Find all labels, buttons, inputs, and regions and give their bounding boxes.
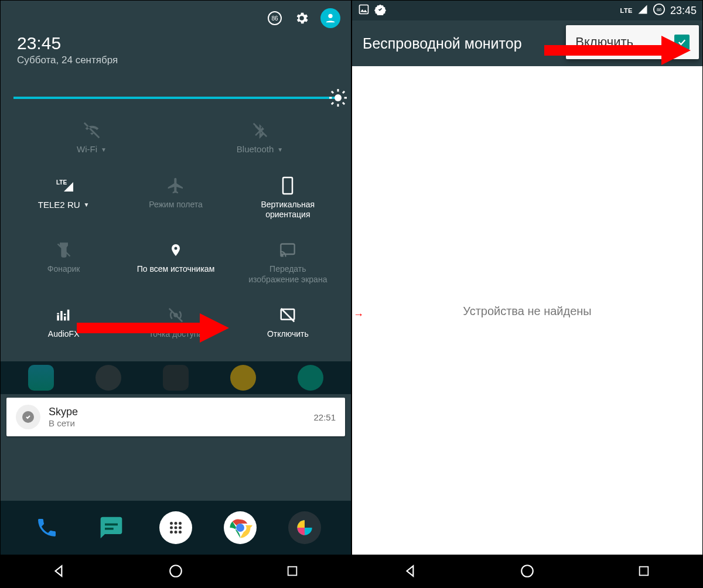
- chrome-app-icon[interactable]: [224, 511, 257, 544]
- svg-rect-18: [60, 311, 63, 320]
- back-button[interactable]: [402, 563, 419, 579]
- chevron-down-icon: ▼: [277, 146, 283, 153]
- appbar-title: Беспроводной монитор: [363, 35, 522, 52]
- tile-hotspot-label: Точка доступа: [149, 330, 203, 339]
- enable-checkbox[interactable]: [674, 35, 690, 50]
- svg-point-36: [170, 531, 173, 534]
- brightness-slider[interactable]: [8, 80, 344, 110]
- cast-icon: [278, 240, 298, 260]
- tile-audiofx[interactable]: AudioFX: [8, 295, 120, 350]
- hotspot-off-icon: [166, 305, 185, 325]
- image-icon: [358, 4, 370, 18]
- svg-point-32: [179, 522, 182, 525]
- qs-top-row: 86: [8, 1, 344, 30]
- tile-cast-label2: изображение экрана: [248, 275, 327, 284]
- svg-line-11: [343, 91, 344, 93]
- tile-bluetooth-label: Bluetooth: [237, 145, 274, 155]
- home-button[interactable]: [168, 563, 184, 579]
- svg-point-33: [170, 527, 173, 529]
- notification-sub: В сети: [49, 418, 313, 428]
- tile-cast[interactable]: Передать изображение экрана: [232, 230, 344, 295]
- svg-point-31: [175, 522, 178, 525]
- tile-orientation[interactable]: Вертикальная ориентация: [232, 165, 344, 230]
- tile-cellular[interactable]: LTE TELE2 RU▼: [8, 165, 120, 230]
- clock-text[interactable]: 23:45: [17, 33, 335, 53]
- tile-flashlight[interactable]: Фонарик: [8, 230, 120, 295]
- tile-orientation-label2: ориентация: [265, 210, 310, 219]
- tile-flashlight-label: Фонарик: [47, 265, 80, 274]
- svg-line-10: [332, 102, 333, 104]
- camera-app-icon[interactable]: [288, 511, 321, 544]
- homescreen-peek: [1, 361, 351, 394]
- bluetooth-off-icon: [251, 120, 269, 140]
- svg-text:86: 86: [657, 7, 661, 12]
- portrait-lock-icon: [281, 176, 295, 196]
- network-lte-label: LTE: [620, 7, 632, 14]
- svg-rect-14: [283, 177, 292, 194]
- qs-row-1: Wi-Fi▼ Bluetooth▼: [8, 110, 344, 165]
- notification-time: 22:51: [313, 412, 336, 422]
- tile-cast-label1: Передать: [269, 265, 306, 274]
- svg-point-37: [175, 531, 178, 534]
- svg-text:LTE: LTE: [56, 179, 67, 186]
- recents-button[interactable]: [284, 563, 301, 579]
- messages-app-icon[interactable]: [95, 511, 128, 544]
- tile-airplane-label: Режим полета: [149, 200, 203, 209]
- svg-rect-50: [640, 567, 649, 576]
- content-empty: Устройства не найдены: [352, 66, 702, 556]
- navbar-right: [352, 555, 702, 587]
- empty-text: Устройства не найдены: [463, 305, 591, 318]
- svg-text:86: 86: [271, 15, 278, 22]
- apps-drawer-icon[interactable]: [159, 511, 192, 544]
- signal-lte-icon: LTE: [52, 176, 76, 196]
- date-text[interactable]: Суббота, 24 сентября: [17, 54, 335, 66]
- home-button[interactable]: [519, 563, 535, 579]
- svg-point-2: [328, 14, 332, 18]
- profile-avatar-icon[interactable]: [320, 8, 340, 28]
- tile-wifi[interactable]: Wi-Fi▼: [8, 110, 176, 165]
- navbar-left: [1, 555, 351, 587]
- location-icon: [169, 240, 183, 260]
- settings-icon[interactable]: [294, 10, 310, 26]
- signal-icon: [637, 4, 648, 17]
- svg-rect-19: [64, 316, 66, 320]
- wifi-off-icon: [82, 120, 102, 140]
- airplane-icon: [166, 176, 185, 196]
- tile-airplane[interactable]: Режим полета: [120, 165, 231, 230]
- tile-cellular-label: TELE2 RU: [38, 200, 80, 210]
- tile-audiofx-label: AudioFX: [48, 330, 80, 339]
- notification-skype[interactable]: Skype В сети 22:51: [6, 398, 345, 436]
- phone-left: 86 23:45 Суббота, 24 сентября: [0, 0, 352, 588]
- tile-hotspot[interactable]: Точка доступа: [120, 295, 231, 350]
- skype-icon: [16, 405, 40, 429]
- svg-rect-17: [57, 315, 59, 320]
- enable-label: Включить: [575, 35, 633, 50]
- svg-rect-20: [67, 310, 69, 321]
- check-badge-icon: [374, 4, 386, 18]
- recents-button[interactable]: [636, 563, 652, 579]
- phone-right: LTE 86 23:45 Беспроводной монитор Включи…: [352, 0, 703, 588]
- datetime-block: 23:45 Суббота, 24 сентября: [8, 30, 344, 80]
- qs-row-4: AudioFX Точка доступа Отключить: [8, 295, 344, 361]
- svg-point-30: [170, 522, 173, 525]
- tile-location[interactable]: По всем источникам: [120, 230, 231, 295]
- svg-point-42: [170, 565, 182, 577]
- phone-app-icon[interactable]: [30, 511, 63, 544]
- tile-disable[interactable]: Отключить: [232, 295, 344, 350]
- tile-orientation-label1: Вертикальная: [261, 200, 315, 209]
- svg-point-49: [521, 565, 533, 577]
- battery-badge-icon[interactable]: 86: [267, 10, 283, 26]
- chevron-down-icon: ▼: [84, 201, 90, 208]
- svg-line-8: [332, 91, 333, 93]
- appbar: Беспроводной монитор Включить: [352, 20, 702, 66]
- svg-point-34: [175, 527, 178, 529]
- tile-location-label: По всем источникам: [137, 265, 215, 274]
- tile-wifi-label: Wi-Fi: [77, 145, 97, 155]
- back-button[interactable]: [51, 563, 67, 579]
- tile-bluetooth[interactable]: Bluetooth▼: [176, 110, 344, 165]
- equalizer-icon: [55, 305, 73, 325]
- notification-title: Skype: [49, 406, 313, 418]
- quick-settings-panel: 86 23:45 Суббота, 24 сентября: [1, 1, 351, 361]
- enable-panel[interactable]: Включить: [566, 25, 699, 59]
- svg-rect-29: [105, 528, 114, 530]
